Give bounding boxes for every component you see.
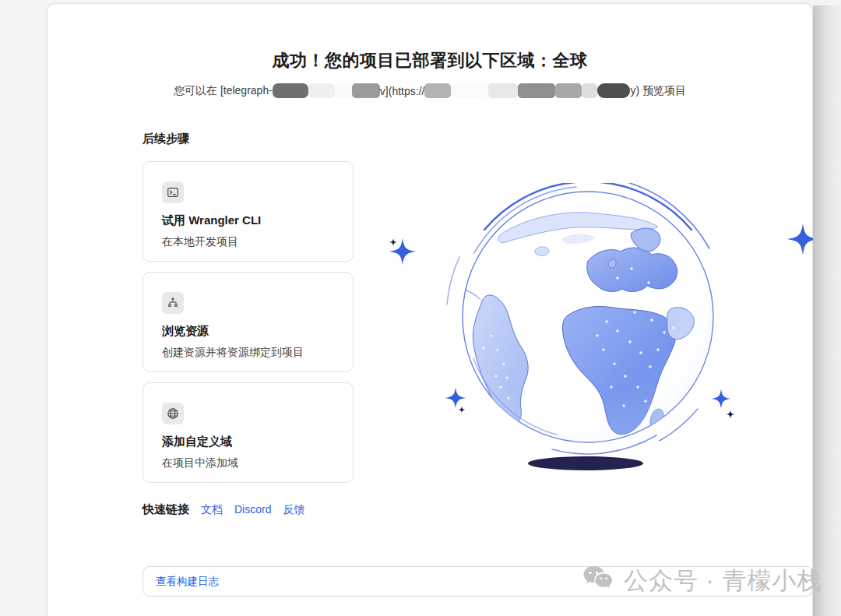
hierarchy-icon xyxy=(162,292,184,314)
sparkle-stars xyxy=(389,224,818,419)
terminal-icon xyxy=(162,181,184,203)
redaction-block xyxy=(352,83,380,98)
link-docs[interactable]: 文档 xyxy=(201,503,223,517)
globe-shadow xyxy=(528,456,643,470)
quick-links: 快速链接 文档 Discord 反馈 xyxy=(143,502,304,517)
quick-links-heading: 快速链接 xyxy=(143,502,189,517)
subtitle-mid: v](https:// xyxy=(380,85,425,97)
redaction-block xyxy=(597,83,630,98)
deployment-success-panel: 成功！您的项目已部署到以下区域：全球 您可以在 [telegraph- v](h… xyxy=(47,3,813,616)
redaction-block xyxy=(582,83,597,98)
redaction-block xyxy=(488,83,518,98)
globe-orbit-arcs xyxy=(447,183,709,454)
screenshot-root: 成功！您的项目已部署到以下区域：全球 您可以在 [telegraph- v](h… xyxy=(0,0,841,616)
card-wrangler-cli[interactable]: 试用 Wrangler CLI 在本地开发项目 xyxy=(143,161,354,262)
redaction-block xyxy=(451,83,488,98)
redaction-block xyxy=(335,83,352,98)
redaction-block xyxy=(518,83,555,98)
card-description: 创建资源并将资源绑定到项目 xyxy=(162,346,336,360)
subtitle-prefix: 您可以在 [telegraph- xyxy=(174,84,273,98)
link-discord[interactable]: Discord xyxy=(234,503,271,516)
card-description: 在本地开发项目 xyxy=(162,235,336,249)
preview-subtitle: 您可以在 [telegraph- v](https:// y) 预览项目 xyxy=(48,83,812,99)
card-title: 试用 Wrangler CLI xyxy=(162,213,336,228)
subtitle-suffix: y) 预览项目 xyxy=(630,84,686,98)
redaction-block xyxy=(555,83,582,98)
redaction-block xyxy=(273,83,308,98)
next-steps-heading: 后续步骤 xyxy=(143,132,189,146)
globe-sphere xyxy=(463,192,713,442)
link-feedback[interactable]: 反馈 xyxy=(283,503,304,517)
redaction-block xyxy=(308,83,335,98)
page-gutter xyxy=(813,5,841,616)
globe-icon xyxy=(162,403,184,424)
card-title: 添加自定义域 xyxy=(162,435,336,449)
redaction-block xyxy=(424,83,451,98)
card-title: 浏览资源 xyxy=(162,324,336,339)
card-add-custom-domain[interactable]: 添加自定义域 在项目中添加域 xyxy=(143,382,354,483)
view-build-log-button[interactable]: 查看构建日志 xyxy=(143,566,813,597)
card-browse-resources[interactable]: 浏览资源 创建资源并将资源绑定到项目 xyxy=(143,272,354,372)
page-title: 成功！您的项目已部署到以下区域：全球 xyxy=(48,49,812,72)
header: 成功！您的项目已部署到以下区域：全球 您可以在 [telegraph- v](h… xyxy=(48,49,812,99)
view-build-log-label: 查看构建日志 xyxy=(156,575,219,589)
floating-globe-illustration xyxy=(384,183,820,487)
next-steps-cards: 试用 Wrangler CLI 在本地开发项目 浏览资源 创建资源并将资源绑定到… xyxy=(143,161,354,483)
card-description: 在项目中添加域 xyxy=(162,456,336,470)
